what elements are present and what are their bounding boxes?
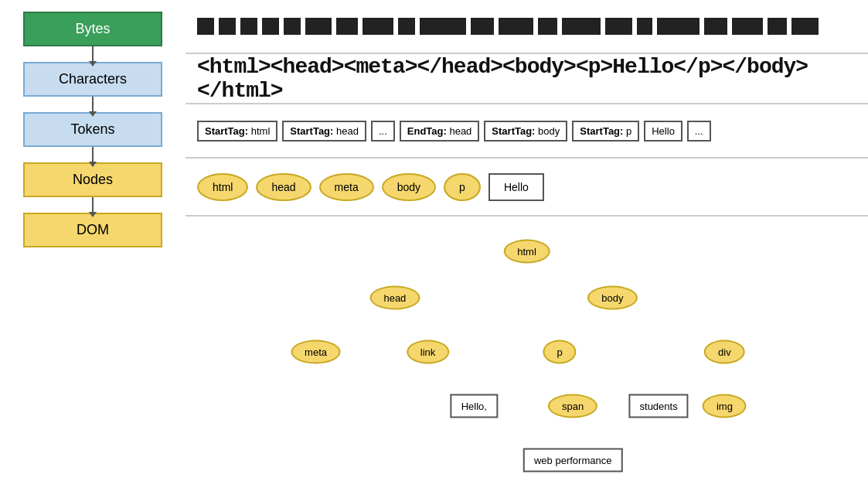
byte-block bbox=[197, 18, 214, 35]
byte-block bbox=[499, 18, 533, 35]
dom-node-body: body bbox=[587, 286, 637, 310]
node-head: head bbox=[256, 173, 311, 201]
content-area: <html><head><meta></head><body><p>Hello<… bbox=[186, 0, 868, 481]
dom-node-meta: meta bbox=[291, 340, 341, 364]
stage-nodes: Nodes bbox=[23, 162, 162, 197]
dom-node-div: div bbox=[704, 340, 745, 364]
node-hello-text: Hello bbox=[488, 173, 544, 201]
byte-block bbox=[704, 18, 727, 35]
stage-characters: Characters bbox=[23, 62, 162, 97]
arrow-bytes-chars bbox=[92, 46, 94, 62]
byte-block bbox=[284, 18, 301, 35]
token-starttag-html: StartTag: html bbox=[197, 121, 277, 142]
characters-visual: <html><head><meta></head><body><p>Hello<… bbox=[197, 55, 856, 103]
byte-block bbox=[219, 18, 236, 35]
dom-node-hello: Hello, bbox=[451, 394, 498, 418]
node-meta: meta bbox=[319, 173, 374, 201]
nodes-row: html head meta body p Hello bbox=[186, 159, 868, 217]
characters-row: <html><head><meta></head><body><p>Hello<… bbox=[186, 54, 868, 104]
stage-tokens: Tokens bbox=[23, 112, 162, 147]
byte-block bbox=[562, 18, 601, 35]
token-endtag-head: EndTag: head bbox=[400, 121, 480, 142]
token-starttag-head: StartTag: head bbox=[282, 121, 366, 142]
byte-block bbox=[336, 18, 358, 35]
stage-bytes: Bytes bbox=[23, 12, 162, 46]
byte-block bbox=[398, 18, 415, 35]
dom-tree: html head body meta link p div Hello, sp… bbox=[197, 228, 856, 429]
stage-dom: DOM bbox=[23, 213, 162, 247]
bytes-row bbox=[186, 0, 868, 54]
sidebar: Bytes Characters Tokens Nodes DOM bbox=[0, 0, 186, 481]
arrow-tokens-nodes bbox=[92, 147, 94, 162]
byte-block bbox=[471, 18, 494, 35]
dom-node-link: link bbox=[407, 340, 450, 364]
token-ellipsis-2: ... bbox=[687, 121, 711, 142]
tokens-row: StartTag: html StartTag: head ... EndTag… bbox=[186, 104, 868, 159]
arrow-chars-tokens bbox=[92, 97, 94, 112]
node-p: p bbox=[444, 173, 481, 201]
arrow-nodes-dom bbox=[92, 197, 94, 213]
byte-block bbox=[262, 18, 279, 35]
token-hello: Hello bbox=[644, 121, 682, 142]
byte-block bbox=[768, 18, 787, 35]
byte-block bbox=[538, 18, 557, 35]
byte-block bbox=[791, 18, 819, 35]
token-starttag-body: StartTag: body bbox=[484, 121, 567, 142]
byte-block bbox=[420, 18, 466, 35]
dom-node-webperf: web performance bbox=[523, 449, 622, 472]
byte-block bbox=[657, 18, 700, 35]
dom-row: html head body meta link p div Hello, sp… bbox=[186, 217, 868, 481]
token-ellipsis-1: ... bbox=[371, 121, 395, 142]
node-html: html bbox=[197, 173, 248, 201]
byte-block bbox=[637, 18, 652, 35]
byte-block bbox=[305, 18, 332, 35]
dom-node-span: span bbox=[548, 394, 597, 418]
dom-node-p: p bbox=[543, 340, 577, 364]
dom-node-students: students bbox=[629, 394, 689, 418]
dom-node-img: img bbox=[703, 394, 747, 418]
byte-block bbox=[605, 18, 632, 35]
dom-node-head: head bbox=[369, 286, 420, 310]
main-container: Bytes Characters Tokens Nodes DOM bbox=[0, 0, 868, 481]
token-starttag-p: StartTag: p bbox=[572, 121, 639, 142]
byte-block bbox=[732, 18, 763, 35]
node-body: body bbox=[382, 173, 436, 201]
byte-block bbox=[363, 18, 393, 35]
byte-block bbox=[240, 18, 257, 35]
dom-node-html: html bbox=[503, 240, 550, 264]
